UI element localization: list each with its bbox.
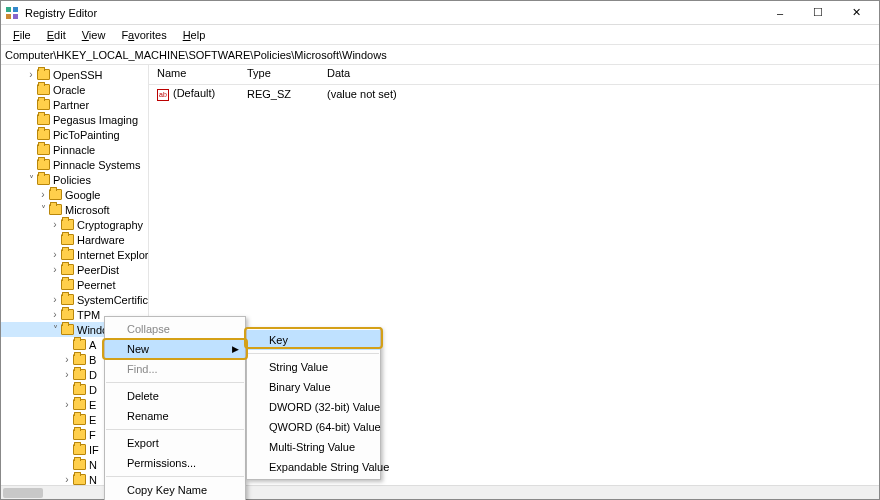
tree-item[interactable]: Partner (1, 97, 149, 112)
folder-icon (61, 309, 74, 320)
tree-item-label: A (89, 339, 96, 351)
col-header-data[interactable]: Data (319, 65, 879, 84)
menu-bar: File Edit View Favorites Help (1, 25, 879, 45)
folder-icon (73, 444, 86, 455)
tree-item-label: PeerDist (77, 264, 119, 276)
menu-item[interactable]: Copy Key Name (105, 480, 245, 500)
chevron-right-icon[interactable]: › (49, 264, 61, 275)
menu-item[interactable]: Key (247, 330, 380, 350)
tree-item-label: Microsoft (65, 204, 110, 216)
title-bar: Registry Editor – ☐ ✕ (1, 1, 879, 25)
menu-item[interactable]: New▶ (105, 339, 245, 359)
maximize-button[interactable]: ☐ (799, 2, 837, 24)
tree-item-label: Internet Explorer (77, 249, 149, 261)
menu-item[interactable]: Expandable String Value (247, 457, 380, 477)
close-button[interactable]: ✕ (837, 2, 875, 24)
value-row[interactable]: (Default) REG_SZ (value not set) (149, 85, 879, 103)
chevron-down-icon[interactable]: ˅ (49, 324, 61, 335)
col-header-name[interactable]: Name (149, 65, 239, 84)
chevron-right-icon[interactable]: › (37, 189, 49, 200)
value-data-cell: (value not set) (319, 86, 879, 102)
folder-icon (61, 264, 74, 275)
chevron-right-icon[interactable]: › (25, 69, 37, 80)
tree-item[interactable]: Oracle (1, 82, 149, 97)
chevron-right-icon[interactable]: › (49, 249, 61, 260)
folder-icon (73, 459, 86, 470)
tree-item-label: Partner (53, 99, 89, 111)
tree-item-label: Peernet (77, 279, 116, 291)
menu-item[interactable]: Export (105, 433, 245, 453)
folder-icon (49, 189, 62, 200)
menu-item[interactable]: Permissions... (105, 453, 245, 473)
folder-icon (37, 114, 50, 125)
menu-item[interactable]: QWORD (64-bit) Value (247, 417, 380, 437)
value-name-cell: (Default) (149, 85, 239, 103)
menu-separator (106, 382, 244, 383)
menu-item[interactable]: DWORD (32-bit) Value (247, 397, 380, 417)
chevron-right-icon[interactable]: › (61, 474, 73, 485)
tree-item-label: PicToPainting (53, 129, 120, 141)
scrollbar-thumb[interactable] (3, 488, 43, 498)
tree-item[interactable]: ˅Microsoft (1, 202, 149, 217)
chevron-right-icon[interactable]: › (61, 354, 73, 365)
tree-item[interactable]: ›Internet Explorer (1, 247, 149, 262)
app-icon (5, 6, 19, 20)
folder-icon (37, 144, 50, 155)
tree-item[interactable]: ›OpenSSH (1, 67, 149, 82)
menu-item[interactable]: Multi-String Value (247, 437, 380, 457)
menu-favorites[interactable]: Favorites (113, 25, 174, 45)
menu-separator (248, 353, 379, 354)
address-input[interactable] (5, 49, 875, 61)
svg-rect-1 (13, 7, 18, 12)
tree-item-label: Pegasus Imaging (53, 114, 138, 126)
folder-icon (61, 249, 74, 260)
menu-view[interactable]: View (74, 25, 114, 45)
folder-icon (73, 354, 86, 365)
tree-item-label: IF (89, 444, 99, 456)
menu-item[interactable]: Binary Value (247, 377, 380, 397)
chevron-down-icon[interactable]: ˅ (37, 204, 49, 215)
tree-item[interactable]: ›Cryptography (1, 217, 149, 232)
chevron-down-icon[interactable]: ˅ (25, 174, 37, 185)
tree-item-label: N (89, 474, 97, 486)
tree-item[interactable]: ›SystemCertificates (1, 292, 149, 307)
menu-help[interactable]: Help (175, 25, 214, 45)
folder-icon (61, 294, 74, 305)
tree-item[interactable]: Pinnacle Systems (1, 157, 149, 172)
chevron-right-icon[interactable]: › (61, 399, 73, 410)
folder-icon (73, 339, 86, 350)
menu-edit[interactable]: Edit (39, 25, 74, 45)
minimize-button[interactable]: – (761, 2, 799, 24)
tree-item[interactable]: ›PeerDist (1, 262, 149, 277)
folder-icon (73, 369, 86, 380)
tree-item[interactable]: PicToPainting (1, 127, 149, 142)
menu-item[interactable]: Delete (105, 386, 245, 406)
chevron-right-icon[interactable]: › (49, 309, 61, 320)
tree-item-label: E (89, 414, 96, 426)
tree-item-label: Pinnacle (53, 144, 95, 156)
menu-item[interactable]: Rename (105, 406, 245, 426)
string-value-icon (157, 89, 169, 101)
tree-item[interactable]: ˅Policies (1, 172, 149, 187)
tree-item[interactable]: Peernet (1, 277, 149, 292)
svg-rect-3 (13, 14, 18, 19)
svg-rect-0 (6, 7, 11, 12)
tree-item[interactable]: Hardware (1, 232, 149, 247)
tree-item-label: OpenSSH (53, 69, 103, 81)
tree-item-label: SystemCertificates (77, 294, 149, 306)
menu-item[interactable]: String Value (247, 357, 380, 377)
tree-item-label: Pinnacle Systems (53, 159, 140, 171)
window-title: Registry Editor (25, 7, 97, 19)
chevron-right-icon[interactable]: › (61, 369, 73, 380)
submenu-arrow-icon: ▶ (232, 344, 239, 354)
col-header-type[interactable]: Type (239, 65, 319, 84)
tree-item-label: TPM (77, 309, 100, 321)
menu-file[interactable]: File (5, 25, 39, 45)
tree-item[interactable]: Pegasus Imaging (1, 112, 149, 127)
tree-item[interactable]: ›Google (1, 187, 149, 202)
menu-item: Collapse (105, 319, 245, 339)
tree-item[interactable]: Pinnacle (1, 142, 149, 157)
folder-icon (37, 84, 50, 95)
chevron-right-icon[interactable]: › (49, 219, 61, 230)
chevron-right-icon[interactable]: › (49, 294, 61, 305)
